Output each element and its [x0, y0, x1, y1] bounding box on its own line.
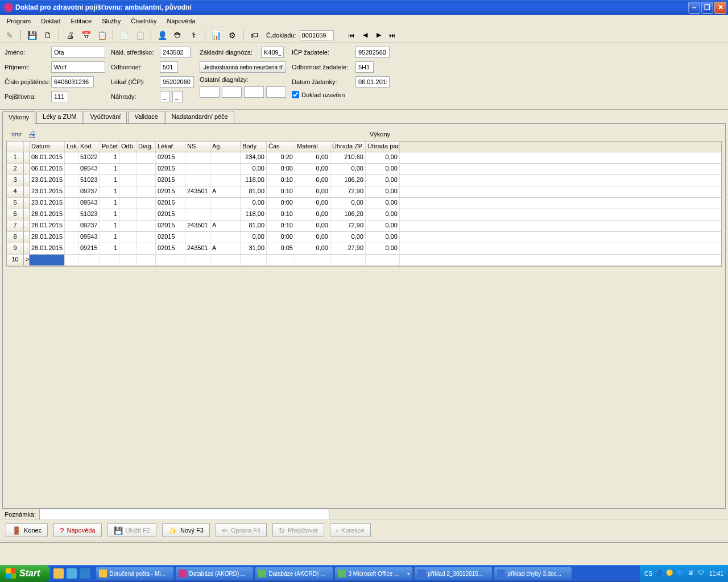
- nav-prev-icon[interactable]: ◀: [360, 30, 370, 40]
- paste-icon[interactable]: 📋: [134, 29, 146, 41]
- table-row[interactable]: 828.01.2015095431020150,000:000,000,000,…: [7, 232, 721, 243]
- table-row[interactable]: 628.01.201551023102015118,000:100,00106,…: [7, 209, 721, 221]
- col-body[interactable]: Body: [241, 142, 267, 152]
- close-button[interactable]: ✕: [714, 2, 726, 14]
- tray-icon-1[interactable]: 🔵: [655, 569, 663, 577]
- korekce-button[interactable]: ▫Korekce: [330, 523, 371, 537]
- quick-icon-2[interactable]: [67, 568, 77, 579]
- quick-icon-1[interactable]: [53, 568, 64, 579]
- preuctovat-button[interactable]: ↻Přeúčtovat: [272, 523, 324, 537]
- menu-doklad[interactable]: Doklad: [36, 16, 65, 26]
- field-ostatni3[interactable]: [244, 86, 264, 98]
- doc-number-field[interactable]: [300, 30, 334, 40]
- chk-uzavren[interactable]: [292, 91, 299, 98]
- btn-diag-desc[interactable]: Jednostranná nebo neurčená tř: [200, 61, 286, 73]
- col-ns[interactable]: NS: [185, 142, 210, 152]
- table-row[interactable]: 10>: [7, 255, 721, 266]
- table-row[interactable]: 928.01.201509215102015243501A31,000:050,…: [7, 243, 721, 255]
- save-icon[interactable]: 💾: [26, 29, 38, 41]
- taskbar-item[interactable]: příklad chyby 3.doc...: [494, 567, 572, 580]
- taskbar-item[interactable]: Databáze (AKORD) ...: [255, 567, 333, 580]
- chart-icon[interactable]: 📊: [210, 29, 222, 41]
- col-mat[interactable]: Materál: [295, 142, 330, 152]
- copy-icon[interactable]: 📄: [118, 29, 130, 41]
- taskbar-item[interactable]: 3 Microsoft Office ...▾: [334, 567, 413, 580]
- field-nahrady1[interactable]: [160, 91, 170, 102]
- table-row[interactable]: 423.01.201509237102015243501A81,000:100,…: [7, 186, 721, 198]
- calendar-icon[interactable]: 📅: [80, 29, 92, 41]
- tab-vyuctovani[interactable]: Vyúčtování: [84, 111, 127, 123]
- menu-program[interactable]: Program: [2, 16, 35, 26]
- print-icon[interactable]: 🖨: [64, 29, 76, 41]
- field-pojistovna[interactable]: [51, 91, 68, 102]
- table-row[interactable]: 106.01.201551022102015234,000:200,00210,…: [7, 152, 721, 164]
- taskbar-item[interactable]: Doručená pošta - Mi...: [96, 567, 174, 580]
- new-icon[interactable]: 🗋: [42, 29, 54, 41]
- quick-icon-3[interactable]: [80, 568, 90, 579]
- field-ostatni1[interactable]: [200, 86, 220, 98]
- print-grid-icon[interactable]: 🖨: [28, 129, 37, 139]
- field-note[interactable]: [39, 509, 329, 520]
- maximize-button[interactable]: ❐: [701, 2, 713, 14]
- field-icp[interactable]: [355, 47, 390, 58]
- nav-next-icon[interactable]: ▶: [374, 30, 384, 40]
- col-odb[interactable]: Odb.: [119, 142, 136, 152]
- field-nahrady2[interactable]: [172, 91, 183, 102]
- tray-icon-2[interactable]: 🟡: [666, 569, 674, 577]
- tab-leky[interactable]: Léky a ZUM: [36, 111, 82, 123]
- oprava-button[interactable]: ✏Oprava F4: [216, 523, 267, 537]
- col-lok[interactable]: Lok.: [65, 142, 78, 152]
- col-kod[interactable]: Kód: [78, 142, 100, 152]
- start-button[interactable]: Start: [0, 565, 50, 582]
- table-row[interactable]: 523.01.2015095431020150,000:000,000,000,…: [7, 198, 721, 209]
- menu-sluzby[interactable]: Služby: [97, 16, 125, 26]
- badge-icon[interactable]: 🏷: [248, 29, 260, 41]
- ulozit-button[interactable]: 💾Uložit F2: [107, 523, 156, 537]
- col-upac[interactable]: Úhrada pac.: [366, 142, 400, 152]
- col-cas[interactable]: Čas: [267, 142, 295, 152]
- tab-nadstandard[interactable]: Nadstandardní péče: [166, 111, 234, 123]
- field-datum[interactable]: [355, 76, 390, 88]
- field-odbornost[interactable]: [160, 61, 178, 73]
- field-lekar[interactable]: [160, 76, 194, 88]
- konec-button[interactable]: 🚪Konec: [6, 523, 48, 537]
- tab-vykony[interactable]: Výkony: [2, 111, 35, 124]
- field-jmeno[interactable]: [51, 47, 105, 58]
- person-icon[interactable]: 👤: [156, 29, 168, 41]
- field-prijmeni[interactable]: [51, 61, 105, 73]
- taskbar-item[interactable]: příklad 2_30012015...: [414, 567, 493, 580]
- table-row[interactable]: 206.01.2015095431020150,000:000,000,000,…: [7, 164, 721, 175]
- field-zakl-diag[interactable]: [261, 47, 284, 58]
- table-row[interactable]: 323.01.201551023102015118,000:100,00106,…: [7, 175, 721, 186]
- menu-editace[interactable]: Editace: [66, 16, 96, 26]
- menu-napoveda[interactable]: Nápověda: [162, 16, 200, 26]
- col-uzp[interactable]: Úhrada ZP: [330, 142, 366, 152]
- tab-validace[interactable]: Validace: [128, 111, 164, 123]
- nav-first-icon[interactable]: ⏮: [346, 30, 357, 40]
- med2-icon[interactable]: ⚕: [188, 29, 200, 41]
- list-icon[interactable]: 📋: [96, 29, 108, 41]
- med1-icon[interactable]: ⛑: [172, 29, 184, 41]
- tray-icon-3[interactable]: 🔷: [677, 569, 685, 577]
- menu-ciselniky[interactable]: Číselníky: [126, 16, 161, 26]
- col-pocet[interactable]: Počet: [100, 142, 119, 152]
- glasses-icon[interactable]: 👓: [11, 129, 22, 140]
- field-ostatni4[interactable]: [266, 86, 286, 98]
- field-ostatni2[interactable]: [222, 86, 242, 98]
- minimize-button[interactable]: –: [688, 2, 700, 14]
- tool-icon-2[interactable]: ⚙: [226, 29, 238, 41]
- novy-button[interactable]: ✨Nový F3: [162, 523, 210, 537]
- field-cislo-poj[interactable]: [51, 76, 94, 88]
- field-odb-z[interactable]: [355, 61, 374, 73]
- taskbar-item[interactable]: Databáze (AKORD) ...: [175, 567, 254, 580]
- table-row[interactable]: 728.01.201509237102015243501A81,000:100,…: [7, 221, 721, 232]
- nav-last-icon[interactable]: ⏭: [387, 30, 398, 40]
- tray-icon-5[interactable]: 🛡: [698, 569, 706, 577]
- tray-lang[interactable]: CS: [644, 571, 652, 577]
- col-datum[interactable]: Datum: [30, 142, 65, 152]
- col-ag[interactable]: Ag.: [210, 142, 241, 152]
- tool-icon-1[interactable]: ✎: [3, 29, 16, 41]
- field-nakl[interactable]: [160, 47, 191, 58]
- col-lekar[interactable]: Lékař: [156, 142, 185, 152]
- col-diag[interactable]: Diag.: [136, 142, 156, 152]
